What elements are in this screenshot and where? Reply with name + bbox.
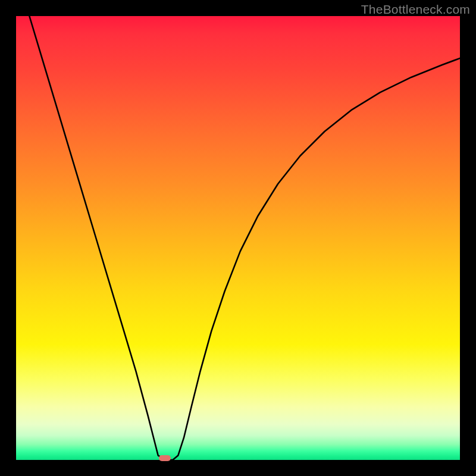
optimal-marker xyxy=(159,455,171,461)
watermark-text: TheBottleneck.com xyxy=(361,2,470,17)
bottleneck-curve xyxy=(29,16,460,460)
chart-frame: TheBottleneck.com xyxy=(0,0,476,476)
plot-area xyxy=(16,16,460,460)
curve-svg xyxy=(16,16,460,460)
